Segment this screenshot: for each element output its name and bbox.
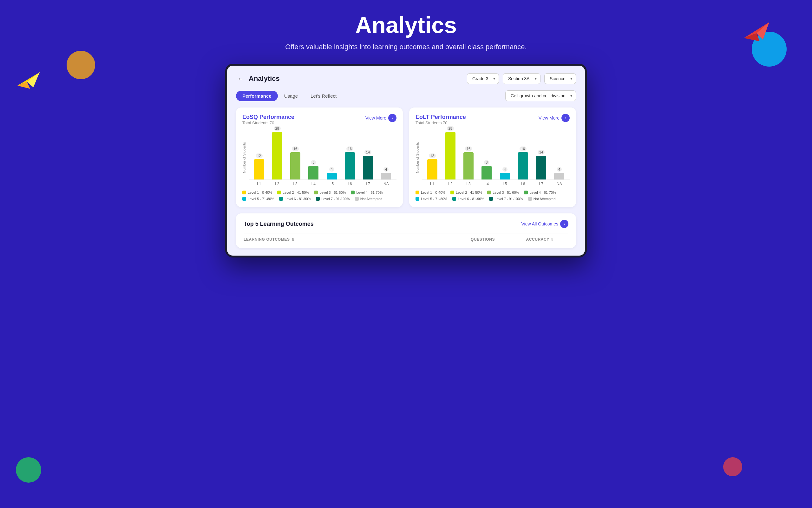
tabs-right: Cell growth and cell division Photosynth… — [505, 90, 576, 101]
section-dropdown[interactable]: Section 3A Section 3B Section 3C — [503, 73, 540, 84]
view-all-icon: › — [560, 220, 568, 228]
bar-group-l1: 12 — [427, 154, 437, 179]
bar-group-l5: 4 — [500, 167, 510, 179]
bar-value-label: 4 — [557, 167, 562, 172]
bar-group-l2: 28 — [272, 126, 282, 179]
view-all-outcomes-button[interactable]: View All Outcomes › — [522, 220, 568, 228]
nav-title: Analytics — [249, 75, 280, 83]
legend-item: Level 3 - 51-60% — [314, 190, 346, 195]
eolt-chart-title: EoLT Performance — [415, 114, 466, 121]
x-label-l4: L4 — [482, 182, 492, 186]
page-title: Analytics — [6, 13, 806, 38]
eolt-view-more-icon: › — [561, 114, 570, 122]
legend-item: Level 3 - 51-60% — [487, 190, 519, 195]
accuracy-sort-icon[interactable]: ⇅ — [551, 238, 554, 241]
legend-dot — [351, 190, 355, 195]
legend-dot — [279, 197, 283, 201]
bar-value-label: 12 — [256, 154, 262, 158]
legend-item: Level 4 - 61-70% — [351, 190, 382, 195]
eosq-view-more-button[interactable]: View More › — [365, 114, 397, 122]
legend-label: Not Attempted — [533, 197, 556, 201]
legend-item: Level 5 - 71-80% — [415, 197, 447, 201]
bar-group-l3: 16 — [463, 146, 474, 179]
bar-group-l7: 14 — [363, 150, 373, 179]
bar-l3 — [290, 152, 300, 179]
bar-l6 — [518, 152, 528, 179]
bg-circle-red — [723, 457, 742, 476]
page-subtitle: Offers valuable insights into learning o… — [263, 43, 549, 51]
legend-dot — [242, 190, 246, 195]
outcomes-table-headers: LEARNING OUTCOMES ⇅ QUESTIONS ACCURACY ⇅ — [244, 233, 568, 242]
bar-group-na: 4 — [554, 167, 564, 179]
eolt-bar-chart-inner: 1228168416144 L1L2L3L4L5L6L7NA — [422, 129, 570, 186]
eosq-chart-legend: Level 1 - 0-40%Level 2 - 41-50%Level 3 -… — [242, 190, 397, 201]
legend-dot — [355, 197, 359, 201]
bar-value-label: 28 — [447, 126, 454, 131]
back-button[interactable]: ← — [236, 74, 245, 84]
grade-dropdown-wrapper: Grade 3 Grade 1 Grade 2 Grade 4 Grade 5 — [467, 73, 499, 84]
x-label-l6: L6 — [345, 182, 355, 186]
legend-label: Level 1 - 0-40% — [248, 190, 272, 195]
x-label-na: NA — [381, 182, 391, 186]
outcomes-card-header: Top 5 Learning Outcomes View All Outcome… — [244, 220, 568, 228]
subject-dropdown-wrapper: Science Math English History — [544, 73, 576, 84]
x-label-l2: L2 — [445, 182, 455, 186]
bar-na — [554, 173, 564, 179]
x-label-na: NA — [554, 182, 564, 186]
bar-l7 — [536, 156, 546, 179]
bar-l2 — [445, 132, 455, 179]
eolt-y-axis-label: Number of Students — [415, 129, 422, 186]
eosq-chart-subtitle: Total Students 70 — [242, 121, 294, 125]
legend-dot — [452, 197, 456, 201]
tab-reflect[interactable]: Let's Reflect — [304, 91, 343, 101]
legend-dot — [314, 190, 318, 195]
subject-dropdown[interactable]: Science Math English History — [544, 73, 576, 84]
tab-performance[interactable]: Performance — [236, 91, 278, 101]
legend-item: Level 5 - 71-80% — [242, 197, 274, 201]
section-dropdown-wrapper: Section 3A Section 3B Section 3C — [503, 73, 540, 84]
page-header: Analytics Offers valuable insights into … — [0, 0, 812, 57]
legend-item: Level 4 - 61-70% — [524, 190, 556, 195]
bar-value-label: 14 — [538, 150, 544, 155]
bar-l3 — [463, 152, 474, 179]
legend-label: Level 7 - 91-100% — [321, 197, 350, 201]
bar-group-l1: 12 — [254, 154, 264, 179]
topic-dropdown[interactable]: Cell growth and cell division Photosynth… — [505, 90, 576, 101]
bar-value-label: 4 — [329, 167, 334, 172]
bar-l1 — [254, 159, 264, 179]
bar-value-label: 12 — [429, 154, 436, 158]
legend-dot — [528, 197, 532, 201]
tabs-left: Performance Usage Let's Reflect — [236, 91, 343, 101]
bar-value-label: 16 — [292, 146, 299, 151]
legend-label: Level 6 - 81-90% — [285, 197, 311, 201]
legend-label: Level 6 - 81-90% — [458, 197, 484, 201]
tab-usage[interactable]: Usage — [278, 91, 304, 101]
bar-group-l2: 28 — [445, 126, 455, 179]
bar-l2 — [272, 132, 282, 179]
legend-label: Level 3 - 51-60% — [493, 190, 519, 195]
bar-l5 — [500, 173, 510, 179]
bar-group-l6: 16 — [345, 146, 355, 179]
eolt-bar-chart-area: Number of Students 1228168416144 L1L2L3L… — [415, 129, 570, 186]
bar-l6 — [345, 152, 355, 179]
eolt-view-more-button[interactable]: View More › — [538, 114, 570, 122]
legend-item: Level 2 - 41-50% — [450, 190, 482, 195]
bar-group-l4: 8 — [308, 160, 319, 179]
legend-item: Level 2 - 41-50% — [277, 190, 309, 195]
learning-sort-icon[interactable]: ⇅ — [291, 238, 294, 241]
legend-item: Level 6 - 81-90% — [279, 197, 311, 201]
device-frame: ← Analytics Grade 3 Grade 1 Grade 2 Grad… — [225, 64, 587, 257]
legend-item: Level 1 - 0-40% — [242, 190, 272, 195]
bar-l4 — [482, 166, 492, 179]
bar-value-label: 4 — [502, 167, 508, 172]
legend-dot — [242, 197, 246, 201]
legend-label: Level 4 - 61-70% — [529, 190, 556, 195]
grade-dropdown[interactable]: Grade 3 Grade 1 Grade 2 Grade 4 Grade 5 — [467, 73, 499, 84]
app-content: ← Analytics Grade 3 Grade 1 Grade 2 Grad… — [227, 66, 585, 256]
bar-l7 — [363, 156, 373, 179]
tabs-bar: Performance Usage Let's Reflect Cell gro… — [236, 90, 576, 101]
bar-na — [381, 173, 391, 179]
legend-item: Level 7 - 91-100% — [489, 197, 523, 201]
x-label-l3: L3 — [290, 182, 300, 186]
x-label-l1: L1 — [427, 182, 437, 186]
